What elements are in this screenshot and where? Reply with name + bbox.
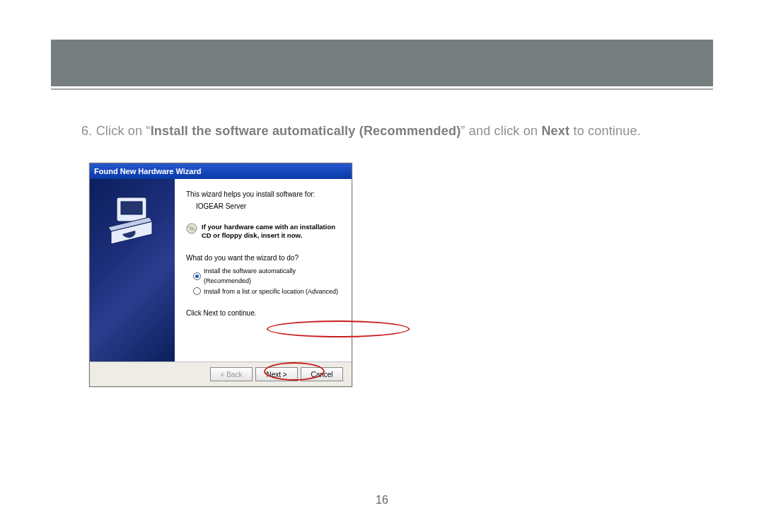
- header-bar: [51, 40, 713, 86]
- wizard-banner: [90, 179, 175, 362]
- wizard-button-bar: < Back Next > Cancel: [90, 362, 352, 386]
- instruction-bold-option: Install the software automatically (Reco…: [151, 124, 461, 138]
- option-install-auto[interactable]: Install the software automatically (Reco…: [193, 266, 340, 287]
- instruction-bold-next: Next: [541, 124, 569, 138]
- cd-icon: [186, 223, 197, 234]
- step-number: 6.: [81, 124, 92, 138]
- cancel-button[interactable]: Cancel: [301, 367, 343, 381]
- wizard-intro: This wizard helps you install software f…: [186, 190, 340, 198]
- page-number: 16: [0, 494, 764, 507]
- wizard-titlebar[interactable]: Found New Hardware Wizard: [90, 163, 352, 179]
- wizard-prompt: What do you want the wizard to do?: [186, 254, 340, 262]
- radio-unselected-icon: [193, 287, 201, 295]
- found-new-hardware-wizard: Found New Hardware Wizard This wizard he…: [89, 163, 352, 387]
- back-button[interactable]: < Back: [210, 367, 253, 381]
- highlight-ellipse-option: [267, 320, 410, 337]
- option-install-list[interactable]: Install from a list or specific location…: [193, 287, 340, 296]
- wizard-device-name: IOGEAR Server: [196, 202, 340, 210]
- wizard-content: This wizard helps you install software f…: [175, 179, 352, 362]
- wizard-continue-hint: Click Next to continue.: [186, 309, 340, 317]
- svg-rect-1: [121, 202, 142, 214]
- wizard-cd-hint: If your hardware came with an installati…: [186, 223, 340, 240]
- header-rule: [51, 88, 713, 90]
- instruction-step-6: 6. Click on “Install the software automa…: [81, 124, 713, 139]
- next-button[interactable]: Next >: [255, 367, 298, 381]
- radio-selected-icon: [193, 272, 201, 280]
- document-page: 6. Click on “Install the software automa…: [0, 0, 764, 532]
- wizard-banner-icon: [97, 193, 168, 257]
- wizard-options: Install the software automatically (Reco…: [193, 266, 340, 296]
- wizard-body: This wizard helps you install software f…: [90, 179, 352, 362]
